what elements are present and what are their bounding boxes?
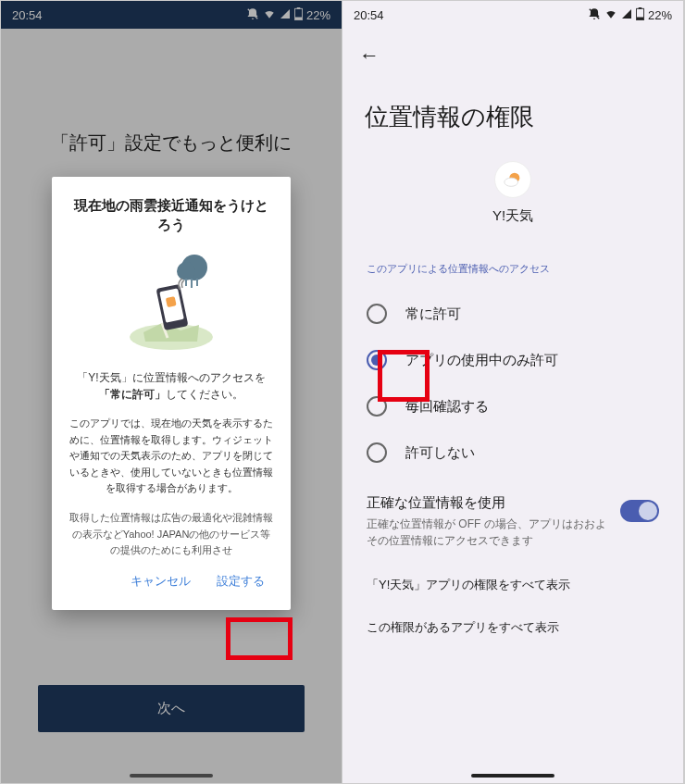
arrow-left-icon: ← xyxy=(359,44,380,67)
status-bar: 20:54 22% xyxy=(342,1,683,29)
dialog-buttons: キャンセル 設定する xyxy=(68,562,274,597)
app-name: Y!天気 xyxy=(492,207,533,225)
nav-handle[interactable] xyxy=(471,774,554,778)
dialog-description: このアプリでは、現在地の天気を表示するために、位置情報を取得します。ウィジェット… xyxy=(68,416,274,497)
signal-icon xyxy=(621,8,632,22)
page-title: 位置情報の権限 xyxy=(342,82,683,161)
highlight-box-confirm xyxy=(226,617,293,660)
app-info: Y!天気 xyxy=(342,161,683,225)
svg-point-10 xyxy=(177,262,195,280)
precise-title: 正確な位置情報を使用 xyxy=(367,494,609,512)
radio-allow-always[interactable]: 常に許可 xyxy=(367,291,659,337)
radio-icon xyxy=(367,304,387,324)
dialog-title: 現在地の雨雲接近通知をうけとろう xyxy=(68,195,274,234)
nav-handle[interactable] xyxy=(130,774,213,778)
radio-label: 常に許可 xyxy=(405,305,461,323)
link-apps-with-permission[interactable]: この権限があるアプリをすべて表示 xyxy=(342,606,683,649)
dialog-instruction: 「Y!天気」に位置情報へのアクセスを 「常に許可」してください。 xyxy=(68,369,274,403)
phone-screenshot-left: 20:54 22% 「許可」設定でもっと便利に 次へ xyxy=(1,1,342,783)
battery-icon xyxy=(636,7,644,23)
svg-point-19 xyxy=(504,178,518,186)
radio-icon xyxy=(367,442,387,463)
svg-rect-17 xyxy=(637,17,643,19)
precise-location-row: 正確な位置情報を使用 正確な位置情報が OFF の場合、アプリはおおよその位置情… xyxy=(342,476,683,564)
wifi-icon xyxy=(604,7,617,23)
do-not-disturb-icon xyxy=(588,7,601,23)
radio-deny[interactable]: 許可しない xyxy=(367,429,659,476)
permission-dialog: 現在地の雨雲接近通知をうけとろう xyxy=(52,177,291,610)
svg-rect-8 xyxy=(166,296,177,307)
back-button[interactable]: ← xyxy=(342,29,683,82)
link-all-permissions[interactable]: 「Y!天気」アプリの権限をすべて表示 xyxy=(342,564,683,606)
confirm-button[interactable]: 設定する xyxy=(207,566,274,597)
precise-desc: 正確な位置情報が OFF の場合、アプリはおおよその位置情報にアクセスできます xyxy=(367,516,609,549)
cancel-button[interactable]: キャンセル xyxy=(121,566,200,597)
radio-label: 許可しない xyxy=(405,444,475,462)
precise-location-toggle[interactable] xyxy=(620,500,659,522)
highlight-box-radio xyxy=(378,350,430,402)
app-icon xyxy=(494,161,531,198)
status-icons: 22% xyxy=(588,7,672,23)
battery-percent: 22% xyxy=(648,8,672,22)
dialog-illustration xyxy=(68,249,274,351)
status-time: 20:54 xyxy=(354,8,384,22)
section-label: このアプリによる位置情報へのアクセス xyxy=(342,262,683,291)
dialog-footer-text: 取得した位置情報は広告の最適化や混雑情報の表示などYahoo! JAPANの他の… xyxy=(68,510,274,556)
svg-rect-16 xyxy=(639,7,642,9)
